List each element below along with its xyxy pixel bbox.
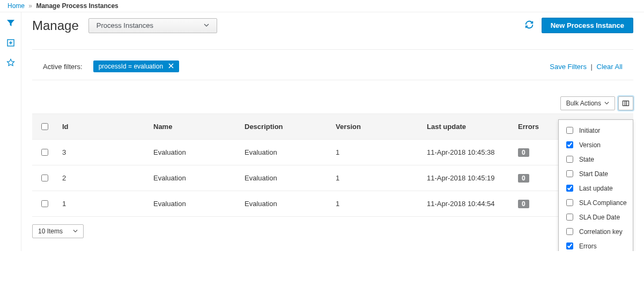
table-toolbar: Bulk Actions [32,96,633,110]
bulk-actions-button[interactable]: Bulk Actions [560,96,615,110]
row-checkbox[interactable] [41,149,48,156]
breadcrumb: Home » Manage Process Instances [0,0,644,12]
perspective-select-label: Process Instances [97,21,153,29]
divider: | [589,63,595,71]
process-table: Id Name Description Version Last update … [32,113,633,217]
column-option-label: SLA Compliance [579,199,627,207]
col-header-last-update[interactable]: Last update [421,114,513,140]
column-picker-menu: InitiatorVersionStateStart DateLast upda… [558,119,633,251]
errors-badge: 0 [518,148,529,157]
save-filters-link[interactable]: Save Filters [550,63,587,71]
breadcrumb-home[interactable]: Home [8,2,25,10]
cell-last-update: 11-Apr-2018 10:44:54 [421,191,513,217]
column-option-label: Start Date [579,170,608,178]
column-option[interactable]: Correlation key [564,224,627,239]
col-header-version[interactable]: Version [330,114,421,140]
column-option-checkbox[interactable] [566,214,573,221]
column-option-checkbox[interactable] [566,242,573,249]
col-header-errors[interactable]: Errors [513,114,550,140]
column-option[interactable]: Version [564,138,627,152]
table-row[interactable]: 2EvaluationEvaluation111-Apr-2018 10:45:… [32,165,633,191]
column-option[interactable]: Start Date [564,166,627,181]
column-option-checkbox[interactable] [566,127,573,134]
select-all-checkbox[interactable] [41,123,48,130]
star-icon[interactable] [6,58,15,69]
table-row[interactable]: 1EvaluationEvaluation111-Apr-2018 10:44:… [32,191,633,217]
refresh-icon[interactable] [524,20,534,31]
errors-badge: 0 [518,200,529,208]
column-option-checkbox[interactable] [566,141,573,148]
clear-all-link[interactable]: Clear All [597,63,623,71]
col-header-description[interactable]: Description [239,114,330,140]
errors-badge: 0 [518,174,529,183]
column-option[interactable]: SLA Due Date [564,210,627,224]
filter-icon[interactable] [6,19,15,29]
table-row[interactable]: 3EvaluationEvaluation111-Apr-2018 10:45:… [32,140,633,165]
cell-version: 1 [330,191,421,217]
new-process-instance-button[interactable]: New Process Instance [542,18,633,33]
header: Manage Process Instances New Process Ins… [32,18,633,50]
cell-name: Evaluation [148,191,239,217]
column-option-label: Last update [579,185,613,192]
row-checkbox[interactable] [41,200,48,207]
page-title: Manage [32,18,79,33]
cell-id: 3 [57,140,148,165]
breadcrumb-separator: » [26,2,34,10]
column-option[interactable]: Errors [564,239,627,251]
cell-name: Evaluation [148,140,239,165]
column-option-checkbox[interactable] [566,199,573,206]
row-checkbox[interactable] [41,175,48,181]
cell-last-update: 11-Apr-2018 10:45:19 [421,165,513,191]
filter-chip-label: processId = evaluation [99,63,163,70]
cell-description: Evaluation [239,165,330,191]
page-size-select[interactable]: 10 Items [32,224,84,238]
filter-bar: Active filters: processId = evaluation S… [32,53,633,80]
cell-id: 2 [57,165,148,191]
col-header-name[interactable]: Name [148,114,239,140]
expand-icon[interactable] [6,39,15,49]
active-filters-label: Active filters: [43,63,83,71]
column-option-label: State [579,156,594,163]
cell-version: 1 [330,165,421,191]
cell-description: Evaluation [239,140,330,165]
column-option-checkbox[interactable] [566,156,573,163]
column-option-checkbox[interactable] [566,185,573,192]
cell-name: Evaluation [148,165,239,191]
chevron-down-icon [204,21,209,29]
column-option-label: Correlation key [579,228,623,236]
col-header-id[interactable]: Id [57,114,148,140]
chevron-down-icon [604,100,609,107]
breadcrumb-current: Manage Process Instances [36,2,118,10]
column-option[interactable]: Initiator [564,123,627,138]
table-footer: 10 Items [32,224,633,238]
cell-description: Evaluation [239,191,330,217]
cell-last-update: 11-Apr-2018 10:45:38 [421,140,513,165]
chevron-down-icon [73,228,78,235]
cell-version: 1 [330,140,421,165]
column-option-label: Initiator [579,127,600,134]
close-icon[interactable] [168,63,174,70]
page-size-label: 10 Items [38,228,63,235]
cell-id: 1 [57,191,148,217]
filter-chip[interactable]: processId = evaluation [93,60,179,72]
column-option[interactable]: SLA Compliance [564,195,627,210]
bulk-actions-label: Bulk Actions [566,100,601,107]
column-option-label: SLA Due Date [579,214,620,221]
column-option-checkbox[interactable] [566,228,573,235]
left-rail [0,12,21,251]
svg-rect-1 [623,101,629,106]
column-option[interactable]: State [564,152,627,166]
table-header-row: Id Name Description Version Last update … [32,114,633,140]
column-picker-button[interactable] [618,96,633,110]
column-option-label: Errors [579,242,597,250]
column-option-label: Version [579,141,601,149]
column-option-checkbox[interactable] [566,170,573,177]
column-option[interactable]: Last update [564,181,627,195]
perspective-select[interactable]: Process Instances [88,18,217,33]
